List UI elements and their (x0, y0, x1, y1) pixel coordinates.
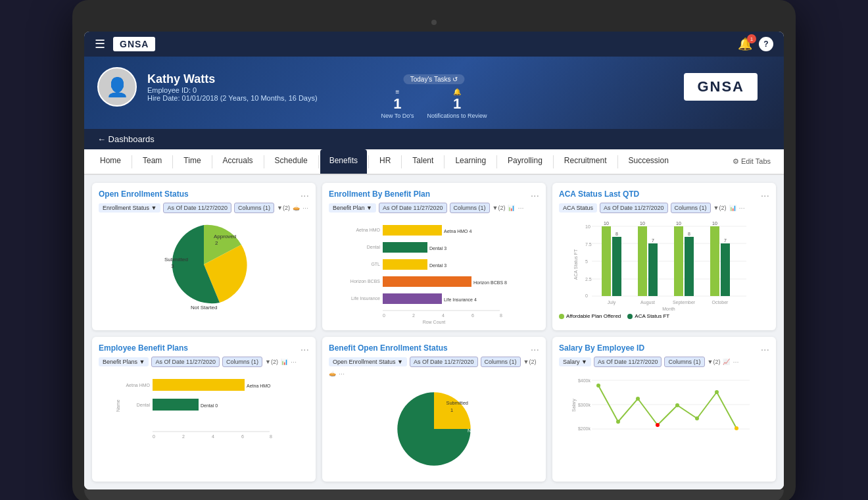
back-to-dashboards[interactable]: ← Dashboards (97, 134, 155, 144)
tab-succession[interactable]: Succession (619, 149, 678, 174)
card-menu-icon[interactable]: ··· (531, 190, 539, 202)
open-enrollment-card: Open Enrollment Status ··· Enrollment St… (92, 183, 316, 330)
svg-text:10: 10 (604, 221, 609, 226)
filter-icon[interactable]: ▼(2) (493, 205, 506, 211)
as-of-date-btn[interactable]: As Of Date 11/27/2020 (594, 357, 662, 367)
svg-text:8: 8 (615, 232, 618, 236)
more-options-icon[interactable]: ··· (733, 358, 738, 366)
filter-icon[interactable]: ▼(2) (523, 359, 537, 365)
svg-text:7: 7 (652, 238, 654, 243)
svg-text:Horizon BCBS 8: Horizon BCBS 8 (473, 280, 507, 285)
tab-talent[interactable]: Talent (403, 149, 443, 174)
card-menu-icon[interactable]: ··· (301, 344, 309, 356)
columns-btn[interactable]: Columns (1) (671, 203, 711, 213)
svg-text:Aetna HMO: Aetna HMO (126, 383, 150, 388)
more-options-icon[interactable]: ··· (518, 204, 523, 212)
hire-date: Hire Date: 01/01/2018 (2 Years, 10 Month… (147, 94, 318, 102)
notifications[interactable]: 🔔 1 Notifications to Review (427, 88, 487, 119)
card-menu-icon[interactable]: ··· (531, 344, 539, 356)
columns-btn[interactable]: Columns (1) (481, 357, 521, 367)
aca-chart-container: 10 7.5 5 2.5 0 10 (559, 218, 769, 311)
tab-home[interactable]: Home (91, 149, 130, 174)
help-icon[interactable]: ? (759, 37, 773, 51)
new-todos[interactable]: ≡ 1 New To Do's (381, 88, 414, 119)
svg-text:$300k: $300k (578, 403, 591, 407)
card-toolbar: Benefit Plan ▼ As Of Date 11/27/2020 Col… (329, 203, 539, 213)
enrollment-by-plan-title: Enrollment By Benefit Plan (329, 189, 430, 199)
tasks-label: Today's Tasks ↺ (404, 74, 465, 84)
notifications-label: Notifications to Review (427, 113, 487, 119)
as-of-date-btn[interactable]: As Of Date 11/27/2020 (151, 357, 220, 367)
dashboards-bar[interactable]: ← Dashboards (84, 129, 784, 149)
benefit-plans-filter[interactable]: Benefit Plans ▼ (99, 357, 149, 366)
columns-btn[interactable]: Columns (1) (450, 203, 490, 213)
salary-filter[interactable]: Salary ▼ (559, 357, 591, 366)
svg-text:0: 0 (585, 293, 588, 298)
filter-icon[interactable]: ▼(2) (713, 205, 727, 211)
svg-text:Aetna HMO: Aetna HMO (247, 384, 271, 388)
edit-tabs-button[interactable]: ⚙ Edit Tabs (726, 153, 777, 170)
chart-type-icon[interactable]: 📊 (508, 205, 515, 211)
laptop-base (84, 489, 784, 500)
svg-point-86 (656, 423, 660, 427)
aca-filter[interactable]: ACA Status (559, 203, 597, 213)
aca-status-card: ACA Status Last QTD ··· ACA Status As Of… (552, 183, 776, 330)
chart-type-icon[interactable]: 📈 (723, 359, 730, 365)
svg-text:3: 3 (171, 263, 174, 269)
more-options-icon[interactable]: ··· (339, 370, 345, 378)
card-toolbar: ACA Status As Of Date 11/27/2020 Columns… (559, 203, 769, 213)
svg-text:2: 2 (215, 240, 218, 246)
tab-accruals[interactable]: Accruals (214, 149, 262, 174)
chart-type-icon[interactable]: 📊 (729, 205, 736, 211)
tab-team[interactable]: Team (133, 149, 171, 174)
svg-text:GTL: GTL (371, 262, 380, 266)
tab-hr[interactable]: HR (370, 149, 400, 174)
enrollment-filter[interactable]: Enrollment Status ▼ (99, 203, 160, 213)
card-toolbar: Benefit Plans ▼ As Of Date 11/27/2020 Co… (99, 357, 309, 367)
svg-text:Dental 0: Dental 0 (201, 403, 218, 408)
svg-text:1: 1 (450, 407, 453, 413)
svg-rect-38 (602, 226, 611, 296)
filter-icon[interactable]: ▼(2) (277, 205, 290, 211)
employee-info: Kathy Watts Employee ID: 0 Hire Date: 01… (147, 72, 318, 102)
chart-type-icon[interactable]: 🥧 (329, 370, 336, 377)
as-of-date-btn[interactable]: As Of Date 11/27/2020 (163, 203, 231, 213)
card-menu-icon[interactable]: ··· (301, 190, 309, 202)
svg-text:Horizon BCBS: Horizon BCBS (350, 279, 380, 284)
svg-point-87 (675, 403, 679, 407)
tab-schedule[interactable]: Schedule (266, 149, 317, 174)
svg-text:Aetna HMO 4: Aetna HMO 4 (444, 229, 472, 234)
hamburger-icon[interactable]: ☰ (95, 37, 105, 51)
chart-type-icon[interactable]: 🥧 (293, 205, 300, 211)
more-options-icon[interactable]: ··· (302, 204, 308, 212)
svg-rect-44 (648, 243, 658, 296)
tab-payrolling[interactable]: Payrolling (498, 149, 552, 174)
more-options-icon[interactable]: ··· (291, 358, 297, 366)
more-options-icon[interactable]: ··· (739, 204, 745, 212)
svg-text:7: 7 (724, 238, 727, 243)
columns-btn[interactable]: Columns (1) (234, 203, 274, 213)
tab-benefits[interactable]: Benefits (320, 149, 367, 174)
as-of-date-btn[interactable]: As Of Date 11/27/2020 (600, 203, 668, 213)
svg-text:7.5: 7.5 (585, 242, 592, 247)
chart-type-icon[interactable]: 📊 (281, 359, 288, 365)
as-of-date-btn[interactable]: As Of Date 11/27/2020 (410, 357, 478, 367)
svg-text:4: 4 (442, 313, 445, 318)
tab-recruitment[interactable]: Recruitment (555, 149, 616, 174)
open-enrollment-filter[interactable]: Open Enrollment Status ▼ (329, 357, 407, 366)
benefit-plans-svg: Aetna HMO Dental Aetna HMO Dental 0 0 2 … (99, 372, 309, 451)
tasks-items: ≡ 1 New To Do's 🔔 1 Notifications to Rev… (381, 88, 487, 119)
card-menu-icon[interactable]: ··· (761, 344, 769, 356)
svg-text:Submitted: Submitted (446, 400, 468, 406)
tab-learning[interactable]: Learning (446, 149, 495, 174)
columns-btn[interactable]: Columns (1) (222, 357, 262, 367)
salary-by-employee-title: Salary By Employee ID (559, 343, 644, 353)
filter-icon[interactable]: ▼(2) (708, 359, 721, 365)
plan-filter[interactable]: Benefit Plan ▼ (329, 203, 376, 213)
columns-btn[interactable]: Columns (1) (664, 357, 704, 367)
as-of-date-btn[interactable]: As Of Date 11/27/2020 (379, 203, 447, 213)
card-menu-icon[interactable]: ··· (761, 190, 769, 202)
notification-bell[interactable]: 🔔 1 (738, 37, 752, 51)
tab-time[interactable]: Time (174, 149, 210, 174)
filter-icon[interactable]: ▼(2) (265, 359, 278, 365)
